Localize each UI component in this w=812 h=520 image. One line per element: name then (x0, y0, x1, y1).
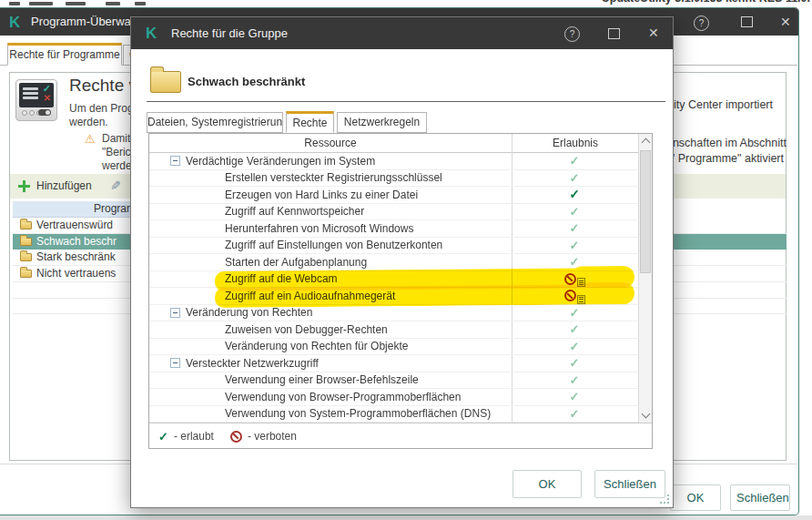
group-rights-dialog: K Rechte für die Gruppe ? ✕ Schwach besc… (130, 16, 674, 508)
legend-allowed-label: - erlaubt (174, 430, 214, 443)
permission-row[interactable]: Verwendung von System-Programmoberfläche… (149, 406, 638, 423)
background-ok-button[interactable]: OK (670, 484, 721, 511)
background-close-button[interactable]: Schließen (730, 484, 790, 511)
vertical-scrollbar[interactable] (638, 134, 652, 423)
resource-cell: Verwendung von Browser-Programmoberfläch… (149, 391, 511, 403)
forbidden-icon (564, 290, 576, 301)
collapse-icon[interactable] (170, 308, 180, 318)
cross-icon: ✕ (44, 93, 51, 103)
permission-row[interactable]: Starten der Aufgabenplanung✓ (149, 254, 638, 271)
allowed-check-icon: ✓ (570, 222, 580, 234)
add-group-button[interactable]: Hinzufügen (36, 179, 92, 192)
permission-cell[interactable]: ✓ (511, 240, 638, 251)
permission-row[interactable]: Zugriff auf die Webcam (149, 271, 638, 289)
column-permission: Erlaubnis (512, 134, 639, 152)
permission-cell[interactable]: ✓ (511, 408, 638, 420)
group-folder-icon (150, 71, 181, 93)
forbidden-icon (230, 431, 242, 443)
close-button[interactable]: Schließen (594, 470, 665, 498)
permission-cell[interactable]: ✓ (511, 222, 638, 234)
permission-cell[interactable]: ✓ (511, 206, 638, 218)
permission-cell[interactable]: ✓ (511, 256, 638, 268)
permission-row[interactable]: Verwendung von Browser-Programmoberfläch… (149, 389, 638, 406)
help-icon[interactable]: ? (694, 15, 709, 31)
permission-row[interactable]: Zugriff auf ein Audioaufnahmegerät (149, 288, 638, 305)
permission-row[interactable]: Zuweisen von Debugger-Rechten✓ (149, 321, 638, 339)
desktop-edge (0, 515, 812, 520)
close-icon[interactable]: ✕ (780, 15, 791, 29)
collapse-icon[interactable] (170, 156, 180, 166)
scroll-down-icon[interactable] (639, 408, 652, 423)
allowed-check-icon: ✓ (570, 323, 580, 335)
permission-cell[interactable] (511, 288, 638, 304)
resource-label: Erstellen versteckter Registrierungsschl… (225, 171, 442, 184)
permission-cell[interactable]: ✓ (511, 341, 638, 352)
resource-label: Zuweisen von Debugger-Rechten (225, 323, 388, 336)
permission-row[interactable]: Zugriff auf Kennwortspeicher✓ (149, 204, 638, 221)
resource-label: Verwendung von System-Programmoberfläche… (225, 407, 491, 420)
kaspersky-logo-icon: K (9, 15, 20, 30)
permission-row[interactable]: Verdächtige Veränderungen im System✓ (149, 153, 638, 170)
folder-icon (20, 238, 32, 246)
resource-label: Herunterfahren von Microsoft Windows (225, 222, 413, 235)
permission-row[interactable]: Verwendung einer Browser-Befehlszeile✓ (149, 372, 638, 390)
permission-cell[interactable]: ✓ (511, 172, 638, 184)
resource-label: Verwendung einer Browser-Befehlszeile (225, 373, 419, 386)
folder-icon (20, 253, 32, 261)
permission-cell[interactable] (511, 270, 638, 287)
permission-row[interactable]: Erzeugen von Hard Links zu einer Datei✓ (149, 187, 638, 204)
resource-cell: Herunterfahren von Microsoft Windows (149, 222, 511, 235)
scrollbar-thumb[interactable] (640, 150, 651, 273)
clipped-text-fragment (29, 2, 53, 5)
warning-icon: ⚠ (85, 132, 96, 146)
resource-cell: Verdächtige Veränderungen im System (149, 155, 511, 168)
clipped-text-fragment (135, 2, 146, 5)
dialog-title: Rechte für die Gruppe (171, 26, 288, 40)
allowed-check-icon: ✓ (570, 172, 580, 184)
folder-icon (20, 270, 32, 278)
close-icon[interactable]: ✕ (648, 25, 659, 40)
panel-intro-line2: werden. (69, 116, 108, 128)
maximize-icon[interactable] (608, 28, 620, 39)
scroll-up-icon[interactable] (639, 134, 652, 148)
resource-cell: Zugriff auf Kennwortspeicher (149, 205, 511, 218)
permission-cell[interactable]: ✓ (511, 357, 638, 369)
dialog-tab-3[interactable]: Netzwerkregeln (337, 112, 427, 133)
resize-grip[interactable] (660, 495, 669, 504)
permission-cell[interactable]: ✓ (511, 189, 638, 200)
permission-row[interactable]: Zugriff auf Einstellungen von Benutzerko… (149, 238, 638, 255)
allowed-check-icon: ✓ (570, 408, 580, 420)
ok-button[interactable]: OK (513, 470, 582, 498)
permission-cell[interactable]: ✓ (511, 155, 638, 167)
permission-cell[interactable]: ✓ (511, 374, 638, 386)
permission-row[interactable]: Erstellen versteckter Registrierungsschl… (149, 170, 638, 188)
tab-rechte-fuer-programme[interactable]: Rechte für Programme (7, 43, 122, 66)
resource-cell: Erzeugen von Hard Links zu einer Datei (149, 189, 511, 201)
column-resource: Ressource (149, 134, 512, 152)
permission-row[interactable]: Versteckter Netzwerkzugriff✓ (149, 355, 638, 372)
permissions-table: Ressource Erlaubnis Verdächtige Veränder… (148, 133, 653, 449)
collapse-icon[interactable] (170, 358, 180, 368)
permission-cell[interactable]: ✓ (511, 307, 638, 319)
help-icon[interactable]: ? (564, 26, 580, 42)
add-icon (18, 180, 30, 192)
permission-cell[interactable]: ✓ (511, 391, 638, 403)
permission-row[interactable]: Herunterfahren von Microsoft Windows✓ (149, 220, 638, 238)
dialog-tab-2[interactable]: Rechte (286, 111, 334, 133)
clipped-text-fragment (66, 2, 86, 5)
maximize-icon[interactable] (741, 16, 753, 27)
legend-forbidden-label: - verboten (248, 430, 297, 443)
resource-label: Zugriff auf Kennwortspeicher (225, 205, 364, 218)
dialog-titlebar[interactable]: K Rechte für die Gruppe ? ✕ (131, 17, 673, 49)
resource-cell: Veränderung von Rechten für Objekte (149, 340, 511, 352)
allowed-check-icon: ✓ (570, 206, 580, 218)
resource-label: Versteckter Netzwerkzugriff (186, 357, 319, 370)
edit-pencil-icon[interactable]: ✎ (110, 178, 121, 193)
permission-cell[interactable]: ✓ (511, 323, 638, 335)
dialog-tab-1[interactable]: Dateien, Systemregistrierung (147, 112, 283, 133)
resource-label: Veränderung von Rechten für Objekte (225, 340, 408, 352)
permission-row[interactable]: Veränderung von Rechten für Objekte✓ (149, 339, 638, 356)
resource-cell: Versteckter Netzwerkzugriff (149, 357, 511, 370)
allowed-check-icon: ✓ (570, 374, 580, 386)
permission-row[interactable]: Veränderung von Rechten✓ (149, 305, 638, 322)
